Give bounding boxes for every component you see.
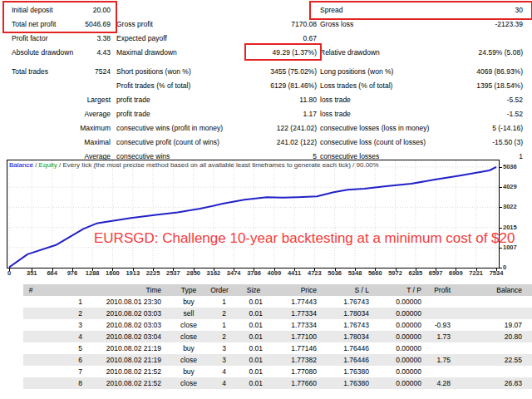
table-row: 62010.08.02 21:19close30.011.773821.7644… bbox=[23, 354, 532, 366]
stat-label-mid: profit trade bbox=[116, 107, 150, 121]
stat-value-mid: 6129 (81.46%) bbox=[270, 79, 317, 93]
y-axis-tick bbox=[500, 207, 502, 208]
table-cell-sl: 1.76446 bbox=[343, 342, 369, 354]
stat-label-left: Total net profit bbox=[12, 17, 56, 32]
stat-label-right: consecutive loss (count of losses) bbox=[320, 135, 426, 150]
table-header-cell-profit: Profit bbox=[434, 284, 451, 296]
table-cell-profit: 1.75 bbox=[436, 354, 451, 366]
table-cell-time: 2010.08.02 21:52 bbox=[106, 377, 161, 389]
balance-chart: Balance / Equity / Every tick (the most … bbox=[7, 160, 500, 268]
stat-value-right: 1 bbox=[519, 150, 523, 164]
y-axis-tick bbox=[500, 268, 502, 268]
stat-value-mid: 122 (241.02) bbox=[277, 121, 317, 135]
x-axis-tick bbox=[375, 268, 376, 271]
table-cell-order: 4 bbox=[222, 377, 226, 389]
table-cell-profit: 4.28 bbox=[436, 377, 451, 389]
x-axis-tick bbox=[9, 268, 10, 271]
stat-label-right: consecutive losses (loss in money) bbox=[320, 121, 429, 135]
y-axis-label: 1007 bbox=[503, 244, 517, 251]
x-axis-tick bbox=[153, 268, 154, 271]
y-axis-label: 3022 bbox=[503, 204, 517, 210]
table-cell-tp: 0.00000 bbox=[396, 308, 421, 319]
table-cell-size: 0.01 bbox=[249, 366, 263, 377]
chart-legend: Balance / Equity / Every tick (the most … bbox=[9, 161, 379, 170]
table-header-cell-price: Price bbox=[301, 284, 317, 296]
table-cell-sl: 1.76380 bbox=[343, 377, 369, 389]
stat-value-right: -15.50 (3) bbox=[492, 135, 523, 150]
stat-value-mid: 0.67 bbox=[303, 32, 317, 46]
stat-label-mid: Maximal drawdown bbox=[116, 46, 177, 60]
table-row: 32010.08.02 03:03close10.011.773341.7674… bbox=[23, 319, 532, 331]
stat-label-mid: Gross profit bbox=[116, 17, 153, 32]
y-axis-tick bbox=[500, 248, 502, 249]
x-axis-tick bbox=[32, 268, 32, 271]
y-axis-label: 2015 bbox=[503, 224, 517, 231]
table-cell-num: 3 bbox=[78, 319, 82, 331]
table-row: 52010.08.02 21:19buy30.011.771461.764460… bbox=[23, 342, 532, 354]
stat-value-left: 3.38 bbox=[96, 32, 111, 46]
balance-curve-plot bbox=[7, 160, 499, 268]
table-cell-type: buy bbox=[164, 366, 214, 377]
table-cell-time: 2010.08.02 21:19 bbox=[106, 342, 161, 354]
table-cell-tp: 0.00000 bbox=[396, 354, 421, 366]
x-axis-tick bbox=[133, 268, 134, 271]
table-cell-num: 2 bbox=[78, 308, 82, 319]
x-axis-tick bbox=[496, 268, 497, 271]
table-cell-size: 0.01 bbox=[249, 296, 263, 308]
chart-legend-part: Balance bbox=[9, 161, 33, 169]
table-header-cell-time: Time bbox=[145, 284, 161, 296]
table-cell-num: 6 bbox=[78, 354, 82, 366]
stats-row: Profit trades (% of total)6129 (81.46%)L… bbox=[0, 79, 532, 93]
stat-label-left: Absolute drawdown bbox=[12, 46, 73, 60]
table-cell-type: buy bbox=[164, 342, 214, 354]
stat-value-left: Maximal bbox=[84, 135, 111, 150]
table-cell-size: 0.01 bbox=[249, 308, 263, 319]
y-axis-tick bbox=[500, 167, 502, 168]
chart-legend-part: / bbox=[33, 161, 39, 169]
table-cell-size: 0.01 bbox=[249, 354, 263, 366]
balance-line bbox=[9, 167, 496, 268]
table-header-cell-tp: T / P bbox=[406, 284, 421, 296]
stats-row: Maximalconsecutive profit (count of wins… bbox=[0, 135, 532, 150]
table-cell-time: 2010.08.02 21:19 bbox=[106, 354, 161, 366]
x-axis-tick bbox=[355, 268, 356, 271]
stat-value-right: 24.59% (5.08) bbox=[479, 46, 523, 60]
stat-value-mid: 3455 (75.02%) bbox=[270, 65, 317, 79]
chart-annotation-text: EURSGD: Challenge 10-year backtesting at… bbox=[94, 230, 515, 247]
table-cell-order: 3 bbox=[222, 354, 226, 366]
stat-value-left: 4.43 bbox=[96, 46, 111, 60]
table-cell-tp: 0.00000 bbox=[396, 296, 421, 308]
table-cell-type: close bbox=[164, 331, 214, 342]
table-cell-price: 1.77146 bbox=[291, 342, 317, 354]
table-cell-tp: 0.00000 bbox=[396, 331, 421, 342]
table-cell-order: 3 bbox=[222, 342, 226, 354]
x-axis-tick bbox=[254, 268, 254, 271]
table-cell-order: 1 bbox=[222, 319, 226, 331]
stat-value-right: 1395 (18.54%) bbox=[476, 79, 523, 93]
table-cell-order: 4 bbox=[222, 366, 226, 377]
stat-label-mid: Expected payoff bbox=[116, 32, 167, 46]
table-cell-num: 7 bbox=[78, 366, 82, 377]
stats-row: Total net profit5046.69Gross profit7170.… bbox=[0, 17, 532, 32]
stat-label-right: Spread bbox=[320, 3, 342, 17]
table-cell-profit: -0.93 bbox=[435, 319, 451, 331]
table-cell-time: 2010.08.02 21:52 bbox=[106, 366, 161, 377]
table-cell-sl: 1.76446 bbox=[343, 354, 369, 366]
table-cell-num: 4 bbox=[78, 331, 82, 342]
x-axis-tick bbox=[194, 268, 195, 271]
table-cell-size: 0.01 bbox=[249, 319, 263, 331]
chart-legend-part: Equity bbox=[39, 161, 57, 169]
x-axis-tick bbox=[214, 268, 214, 271]
x-axis-tick bbox=[456, 268, 456, 271]
stats-row: Absolute drawdown4.43Maximal drawdown49.… bbox=[0, 46, 532, 60]
table-header-cell-num: # bbox=[6, 284, 56, 296]
x-axis-tick bbox=[416, 268, 416, 271]
table-cell-type: close bbox=[164, 319, 214, 331]
x-axis-tick bbox=[314, 268, 315, 271]
stat-value-right: -1.52 bbox=[507, 107, 523, 121]
table-cell-size: 0.01 bbox=[249, 342, 263, 354]
stats-row: Initial deposit20.00Spread30 bbox=[0, 3, 532, 17]
stats-row: Averageprofit trade1.17loss trade-1.52 bbox=[0, 107, 532, 121]
stat-label-right: Gross loss bbox=[320, 17, 353, 32]
stat-label-left: Initial deposit bbox=[12, 3, 53, 17]
